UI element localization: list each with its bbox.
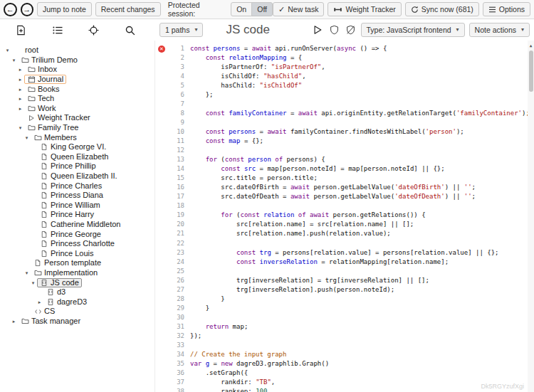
tree-item-catherine-middleton[interactable]: Catherine Middleton <box>0 220 155 230</box>
sync-now-button[interactable]: Sync now (681) <box>405 2 479 16</box>
tree-item-implementation[interactable]: ▾Implementation <box>0 268 155 278</box>
code-line[interactable]: 8 const familyContainer = await api.orig… <box>155 108 534 117</box>
unprotect-note-button[interactable] <box>345 23 357 36</box>
code-line[interactable]: 27 trg[inverseRelation].push(person.note… <box>155 285 534 294</box>
code-line[interactable]: 18 <box>155 201 534 211</box>
collapse-arrow-icon[interactable]: ▾ <box>10 58 18 63</box>
collapse-tree-button[interactable] <box>51 24 65 36</box>
code-line[interactable]: 3 isPartnerOf: "isPartnerOf", <box>155 62 534 71</box>
tree-item-king-george-vi[interactable]: King George VI. <box>0 142 155 152</box>
tree-item-work[interactable]: ▸Work <box>0 104 155 114</box>
collapse-arrow-icon[interactable]: ▾ <box>29 280 37 285</box>
expand-arrow-icon[interactable]: ▸ <box>16 77 24 82</box>
code-line[interactable]: 15 src.title = person.title; <box>155 174 534 183</box>
tree-item-prince-phillip[interactable]: Prince Phillip <box>0 161 155 171</box>
expand-arrow-icon[interactable]: ▸ <box>16 96 24 101</box>
code-line[interactable]: 23 const trg = persons[relation.value] =… <box>155 248 534 257</box>
protected-session-on-button[interactable]: On <box>231 2 252 16</box>
tree-item-cs[interactable]: CS <box>0 307 155 317</box>
code-editor[interactable]: 1✕const persons = await api.runOnServer(… <box>155 41 534 392</box>
code-line[interactable]: 13 for (const person of persons) { <box>155 155 534 164</box>
code-line[interactable]: 37 rankdir: "TB", <box>155 378 534 387</box>
code-line[interactable]: 38 ranksep: 100 <box>155 387 534 392</box>
scroll-up-arrow-icon[interactable]: ▲ <box>528 41 534 48</box>
collapse-arrow-icon[interactable]: ▾ <box>4 48 11 53</box>
new-task-button[interactable]: ✓ New task <box>273 2 324 16</box>
code-line[interactable]: 16 src.dateOfBirth = await person.getLab… <box>155 183 534 192</box>
tree-item-prince-louis[interactable]: Prince Louis <box>0 248 155 258</box>
code-line[interactable]: 20 src[relation.name] = src[relation.nam… <box>155 220 534 229</box>
code-line[interactable]: 34// Create the input graph <box>155 350 534 359</box>
code-line[interactable]: 35var g = new dagreD3.graphlib.Graph() <box>155 359 534 369</box>
tree-item-prince-william[interactable]: Prince William <box>0 201 155 211</box>
collapse-arrow-icon[interactable]: ▾ <box>23 135 31 140</box>
tree-item-trilium-demo[interactable]: ▾Trilium Demo <box>0 55 155 65</box>
code-line[interactable]: 10 const persons = await familyContainer… <box>155 127 534 136</box>
tree-item-dagred3[interactable]: ▸dagreD3 <box>0 297 155 307</box>
tree-item-queen-elizabeth[interactable]: Queen Elizabeth <box>0 152 155 162</box>
history-back-button[interactable]: ← <box>4 3 17 16</box>
expand-arrow-icon[interactable]: ▸ <box>10 319 18 324</box>
code-line[interactable]: 14 const src = map[person.noteId] = map[… <box>155 164 534 174</box>
weight-tracker-button[interactable]: Weight Tracker <box>328 2 401 16</box>
tree-item-inbox[interactable]: ▸Inbox <box>0 65 155 75</box>
tree-item-journal[interactable]: ▸Journal <box>0 75 155 85</box>
tree-item-weight-tracker[interactable]: Weight Tracker <box>0 113 155 123</box>
code-line[interactable]: 2 const relationMapping = { <box>155 53 534 62</box>
note-actions-button[interactable]: Note actions ▾ <box>469 23 530 37</box>
code-line[interactable]: 33 <box>155 341 534 350</box>
tree-item-prince-charles[interactable]: Prince Charles <box>0 181 155 191</box>
execute-script-button[interactable] <box>311 23 324 36</box>
note-type-button[interactable]: Type: JavaScript frontend ▾ <box>361 23 465 37</box>
protect-note-button[interactable] <box>328 23 340 36</box>
jump-to-note-button[interactable]: Jump to note <box>37 2 92 16</box>
tree-item-tech[interactable]: ▸Tech <box>0 94 155 104</box>
code-line[interactable]: 1✕const persons = await api.runOnServer(… <box>155 43 534 53</box>
tree-item-members[interactable]: ▾Members <box>0 132 155 142</box>
code-line[interactable]: 31 return map; <box>155 322 534 331</box>
code-line[interactable]: 24 const inverseRelation = relationMappi… <box>155 257 534 266</box>
tree-item-prince-george[interactable]: Prince George <box>0 229 155 239</box>
code-line[interactable]: 22 <box>155 238 534 248</box>
code-line[interactable]: 6 }; <box>155 90 534 99</box>
note-paths-button[interactable]: 1 paths ▾ <box>159 23 203 37</box>
tree-item-d3[interactable]: d3 <box>0 287 155 297</box>
tree-item-princess-charlotte[interactable]: Princess Charlotte <box>0 239 155 249</box>
search-notes-button[interactable] <box>123 23 137 37</box>
code-line[interactable]: 12 <box>155 146 534 155</box>
expand-arrow-icon[interactable]: ▸ <box>36 300 43 304</box>
tree-item-task-manager[interactable]: ▸Task manager <box>0 317 155 327</box>
tree-item-root[interactable]: ▾root <box>0 46 155 55</box>
code-line[interactable]: 28 } <box>155 294 534 303</box>
tree-item-queen-elizabeth-ii[interactable]: Queen Elizabeth II. <box>0 171 155 181</box>
tree-item-prince-harry[interactable]: Prince Harry <box>0 210 155 220</box>
code-line[interactable]: 32}); <box>155 331 534 340</box>
code-line[interactable]: 9 <box>155 117 534 127</box>
code-line[interactable]: 4 isChildOf: "hasChild", <box>155 71 534 80</box>
code-line[interactable]: 11 const map = {}; <box>155 136 534 145</box>
scroll-to-active-note-button[interactable] <box>87 23 100 37</box>
code-line[interactable]: 26 trg[inverseRelation] = trg[inverseRel… <box>155 275 534 285</box>
tree-item-js-code[interactable]: ▾JS code <box>0 277 155 287</box>
new-note-button[interactable] <box>14 23 28 37</box>
expand-arrow-icon[interactable]: ▸ <box>16 67 24 72</box>
history-forward-button[interactable]: → <box>21 3 34 16</box>
code-line[interactable]: 25 <box>155 266 534 275</box>
code-line[interactable]: 21 src[relation.name].push(relation.valu… <box>155 229 534 238</box>
code-line[interactable]: 30 <box>155 312 534 322</box>
code-line[interactable]: 19 for (const relation of await person.g… <box>155 211 534 220</box>
collapse-arrow-icon[interactable]: ▾ <box>16 125 24 130</box>
code-line[interactable]: 29 } <box>155 303 534 312</box>
protected-session-off-button[interactable]: Off <box>251 2 273 16</box>
scrollbar-thumb[interactable] <box>529 51 533 92</box>
code-line[interactable]: 5 hasChild: "isChildOf" <box>155 80 534 90</box>
recent-changes-button[interactable]: Recent changes <box>95 2 161 16</box>
expand-arrow-icon[interactable]: ▸ <box>16 106 24 111</box>
options-button[interactable]: Options <box>483 2 530 16</box>
tree-item-family-tree[interactable]: ▾Family Tree <box>0 123 155 133</box>
expand-arrow-icon[interactable]: ▸ <box>16 87 24 92</box>
code-line[interactable]: 17 src.dateOfDeath = await person.getLab… <box>155 192 534 201</box>
tree-item-princess-diana[interactable]: Princess Diana <box>0 191 155 201</box>
tree-item-books[interactable]: ▸Books <box>0 84 155 94</box>
code-line[interactable]: 7 <box>155 99 534 108</box>
